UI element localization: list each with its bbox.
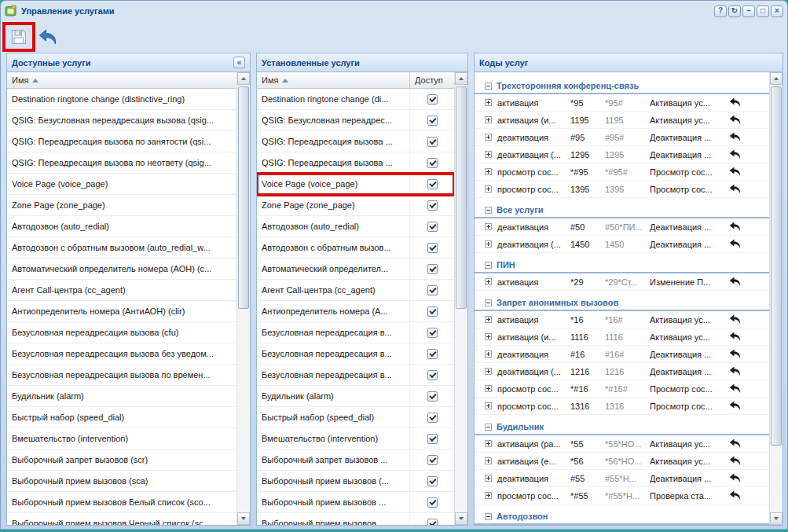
service-code-row[interactable]: активация*29*29*Ст...Изменение П... — [475, 273, 769, 291]
installed-service-row[interactable]: Вмешательство (intervention) — [257, 428, 454, 449]
scroll-track[interactable] — [770, 85, 783, 512]
available-service-row[interactable]: Автодозвон (auto_redial) — [7, 216, 236, 237]
service-code-row[interactable]: деактивация (...12951295Деактивация ... — [475, 146, 769, 163]
refresh-button[interactable]: ↻ — [728, 6, 741, 17]
installed-service-row[interactable]: Безусловная переадресация в... — [257, 343, 454, 365]
available-service-row[interactable]: Автодозвон с обратным вызовом (auto_redi… — [7, 237, 236, 259]
available-scrollbar[interactable] — [236, 72, 250, 525]
expand-row-icon[interactable] — [485, 99, 492, 106]
installed-service-row[interactable]: Антиопределитель номера (А... — [257, 301, 454, 322]
service-group-header[interactable]: Запрет анонимных вызовов — [475, 295, 769, 311]
revert-icon[interactable] — [729, 132, 741, 142]
access-checkbox[interactable] — [427, 285, 438, 295]
expand-row-icon[interactable] — [485, 492, 492, 499]
scroll-down-button[interactable] — [237, 512, 250, 525]
access-checkbox[interactable] — [427, 94, 438, 105]
installed-service-row[interactable]: Безусловная переадресация в... — [257, 322, 454, 343]
access-checkbox[interactable] — [427, 519, 438, 526]
revert-icon[interactable] — [729, 473, 741, 483]
available-service-row[interactable]: Вмешательство (intervention) — [7, 428, 236, 449]
installed-service-row[interactable]: QSIG: Безусловная переадрес... — [257, 110, 454, 131]
available-service-row[interactable]: QSIG: Переадресация вызова по неответу (… — [7, 152, 236, 174]
service-code-row[interactable]: активация*16*16#Активация ус... — [475, 311, 769, 328]
access-checkbox[interactable] — [427, 264, 438, 274]
revert-icon[interactable] — [729, 401, 741, 411]
available-service-row[interactable]: Выборочный прием вызовов Черный список (… — [7, 513, 236, 525]
access-checkbox[interactable] — [427, 413, 438, 423]
available-service-row[interactable]: Destination ringtone change (distinctive… — [7, 89, 236, 110]
expand-row-icon[interactable] — [485, 223, 492, 230]
service-code-row[interactable]: активация (е...*56*56*НО...Активация ус.… — [475, 453, 769, 470]
available-service-row[interactable]: Zone Page (zone_page) — [7, 195, 236, 216]
installed-service-row[interactable]: Destination ringtone change (di... — [257, 89, 454, 110]
available-service-row[interactable]: Выборочный запрет вызовов (scr) — [7, 449, 236, 471]
expand-row-icon[interactable] — [485, 116, 492, 123]
access-checkbox[interactable] — [427, 116, 438, 126]
access-checkbox[interactable] — [427, 222, 438, 232]
available-service-row[interactable]: Выборочный прием вызовов Белый список (s… — [7, 492, 236, 513]
expand-row-icon[interactable] — [485, 402, 492, 409]
installed-service-row[interactable]: Автодозвон (auto_redial) — [257, 216, 454, 237]
collapse-group-icon[interactable] — [485, 262, 492, 269]
installed-service-row[interactable]: QSIG: Переадресация вызова ... — [257, 131, 454, 152]
service-code-row[interactable]: просмотр сос...*#95*#95#Просмотр сос... — [475, 163, 769, 181]
installed-service-row[interactable]: Будильник (alarm) — [257, 386, 454, 407]
access-checkbox[interactable] — [427, 243, 438, 253]
service-group-header[interactable]: Будильник — [475, 420, 769, 435]
maximize-button[interactable]: □ — [757, 6, 769, 17]
installed-service-row[interactable]: Выборочный прием вызовов ... — [257, 492, 454, 513]
available-service-row[interactable]: Безусловная переадресация вызова без уве… — [7, 343, 236, 365]
installed-service-row[interactable]: Zone Page (zone_page) — [257, 195, 454, 216]
scroll-track[interactable] — [455, 85, 467, 512]
expand-row-icon[interactable] — [485, 240, 492, 248]
collapse-group-icon[interactable] — [485, 424, 492, 431]
access-checkbox[interactable] — [427, 137, 438, 147]
revert-icon[interactable] — [729, 332, 741, 342]
scroll-down-button[interactable] — [455, 512, 467, 525]
installed-scrollbar[interactable] — [454, 72, 467, 525]
expand-row-icon[interactable] — [485, 350, 492, 358]
expand-row-icon[interactable] — [485, 475, 492, 482]
service-code-row[interactable]: просмотр сос...*#16*#16#Просмотр сос... — [475, 380, 769, 398]
available-service-row[interactable]: QSIG: Безусловная переадресация вызова (… — [7, 110, 236, 131]
revert-icon[interactable] — [729, 115, 741, 125]
revert-icon[interactable] — [729, 366, 741, 376]
available-service-row[interactable]: Безусловная переадресация вызова (cfu) — [7, 322, 236, 343]
installed-service-row[interactable]: Выборочный прием вызовов (... — [257, 471, 454, 492]
service-group-header[interactable]: Трехсторонняя конференц-связь — [475, 79, 769, 94]
collapse-group-icon[interactable] — [485, 299, 492, 306]
access-checkbox[interactable] — [427, 200, 438, 211]
service-code-row[interactable]: деактивация (...14501450Деактивация ... — [475, 236, 769, 253]
service-group-header[interactable]: Все услуги — [475, 203, 769, 218]
service-code-row[interactable]: деактивация#55#55*Н...Деактивация ... — [475, 470, 769, 487]
service-code-row[interactable]: деактивация#16#16#Деактивация ... — [475, 346, 769, 363]
installed-service-row[interactable]: Voice Page (voice_page) — [257, 174, 454, 195]
installed-service-row[interactable]: Выборочный запрет вызовов ... — [257, 449, 454, 471]
access-checkbox[interactable] — [427, 455, 438, 465]
scroll-thumb[interactable] — [456, 86, 467, 309]
available-service-row[interactable]: Автоматический определитель номера (АОН)… — [7, 259, 236, 280]
available-service-row[interactable]: Будильник (alarm) — [7, 386, 236, 407]
expand-row-icon[interactable] — [485, 168, 492, 175]
access-checkbox[interactable] — [427, 370, 438, 380]
expand-row-icon[interactable] — [485, 385, 492, 392]
service-code-row[interactable]: активация (и...11951195Активация ус... — [475, 112, 769, 129]
save-button[interactable] — [8, 26, 30, 48]
installed-service-row[interactable]: Быстрый набор (speed_dial) — [257, 407, 454, 428]
access-checkbox[interactable] — [427, 497, 438, 508]
installed-service-row[interactable]: QSIG: Переадресация вызова ... — [257, 152, 454, 174]
scroll-down-button[interactable] — [770, 512, 783, 525]
expand-row-icon[interactable] — [485, 185, 492, 193]
expand-row-icon[interactable] — [485, 278, 492, 285]
available-service-row[interactable]: Выборочный прием вызовов (sca) — [7, 471, 236, 492]
available-service-row[interactable]: Антиопределитель номера (АнтиАОН) (clir) — [7, 301, 236, 322]
column-header-access[interactable]: Доступ — [409, 72, 454, 88]
service-group-header[interactable]: Автодозвон — [475, 509, 769, 525]
service-code-row[interactable]: просмотр сос...13161316Просмотр сос... — [475, 398, 769, 415]
service-code-row[interactable]: просмотр сос...*#55*#55*Н...Проверка ста… — [475, 487, 769, 504]
revert-icon[interactable] — [729, 149, 741, 160]
available-service-row[interactable]: Voice Page (voice_page) — [7, 174, 236, 195]
collapse-group-icon[interactable] — [485, 513, 492, 520]
minimize-button[interactable]: – — [742, 6, 755, 17]
access-checkbox[interactable] — [427, 158, 438, 168]
